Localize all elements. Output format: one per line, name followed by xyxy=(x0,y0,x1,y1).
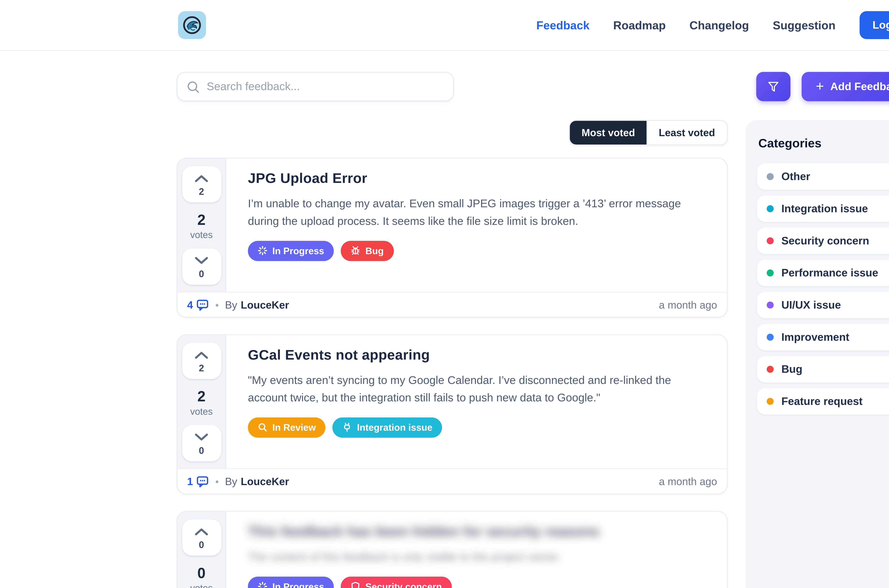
downvote-count: 0 xyxy=(199,446,204,456)
category-item-performance-issue[interactable]: Performance issue xyxy=(757,260,889,286)
separator-dot: • xyxy=(215,476,219,487)
nav-item-suggestion[interactable]: Suggestion xyxy=(773,18,835,32)
magnifier-icon xyxy=(258,422,267,432)
votes-label: votes xyxy=(190,583,213,588)
chevron-down-icon xyxy=(194,433,209,442)
downvote-button[interactable]: 0 xyxy=(182,425,221,462)
nav-item-roadmap[interactable]: Roadmap xyxy=(613,18,666,32)
upvote-button[interactable]: 2 xyxy=(182,166,221,202)
upvote-count: 2 xyxy=(199,363,204,374)
shield-icon xyxy=(351,582,360,588)
search-icon xyxy=(186,80,200,93)
timestamp: a month ago xyxy=(659,475,717,487)
category-dot xyxy=(767,237,773,244)
sort-least-voted[interactable]: Least voted xyxy=(647,121,727,144)
categories-panel: Categories Other Integration issue Secur… xyxy=(746,120,889,588)
category-dot xyxy=(767,366,773,373)
comment-icon xyxy=(197,298,209,311)
category-dot xyxy=(767,334,773,340)
comment-count: 4 xyxy=(187,298,209,311)
search-input[interactable] xyxy=(207,80,444,93)
sort-row: Most voted Least voted xyxy=(177,120,728,145)
nav-item-feedback[interactable]: Feedback xyxy=(536,18,590,32)
toolbar-actions: + Add Feedback xyxy=(757,72,889,101)
vote-column: 2 2 votes 0 xyxy=(177,335,226,468)
nav-item-changelog[interactable]: Changelog xyxy=(689,18,749,32)
feedback-description: I’m unable to change my avatar. Even sma… xyxy=(248,195,707,230)
shark-logo-icon xyxy=(182,15,203,36)
category-item-bug[interactable]: Bug xyxy=(757,356,889,382)
category-dot xyxy=(767,302,773,309)
toolbar: + Add Feedback xyxy=(177,72,889,101)
downvote-button[interactable]: 0 xyxy=(182,249,221,285)
chevron-down-icon xyxy=(194,256,209,265)
badge-row: In Progress xyxy=(248,240,707,261)
vote-column: 2 2 votes 0 xyxy=(177,158,226,292)
main-content: Most voted Least voted 2 xyxy=(177,120,889,588)
category-item-improvement[interactable]: Improvement xyxy=(757,324,889,350)
spinner-icon xyxy=(258,246,267,256)
funnel-icon xyxy=(767,80,780,93)
search-box xyxy=(177,72,454,101)
votes-label: votes xyxy=(190,230,213,240)
sort-most-voted[interactable]: Most voted xyxy=(570,121,647,144)
author-name: LouceKer xyxy=(241,475,289,487)
card-footer: 1 • By LouceKer a month xyxy=(177,468,727,494)
feedback-card[interactable]: 2 2 votes 0 GCal E xyxy=(177,334,728,494)
category-item-other[interactable]: Other xyxy=(757,164,889,190)
feedback-card[interactable]: 2 2 votes 0 JPG Up xyxy=(177,158,728,318)
category-item-integration-issue[interactable]: Integration issue xyxy=(757,195,889,222)
vote-score: 2 xyxy=(197,212,206,228)
brand-logo[interactable] xyxy=(178,11,206,39)
timestamp: a month ago xyxy=(659,299,717,311)
main-nav: Feedback Roadmap Changelog Suggestion xyxy=(536,18,835,32)
category-item-uiux-issue[interactable]: UI/UX issue xyxy=(757,292,889,318)
feedback-description: "My events aren’t syncing to my Google C… xyxy=(248,372,707,407)
sort-toggle: Most voted Least voted xyxy=(569,120,728,145)
upvote-button[interactable]: 0 xyxy=(182,519,221,556)
badge-row: In Review Integration issue xyxy=(248,417,707,438)
category-item-feature-request[interactable]: Feature request xyxy=(757,388,889,415)
feedback-title: GCal Events not appearing xyxy=(248,347,707,363)
category-dot xyxy=(767,398,773,405)
spinner-icon xyxy=(258,582,267,588)
category-badge: Integration issue xyxy=(332,417,442,438)
category-dot xyxy=(767,270,773,276)
byline: By xyxy=(225,475,237,487)
category-dot xyxy=(767,173,773,180)
feedback-column: Most voted Least voted 2 xyxy=(177,120,728,588)
feedback-list: 2 2 votes 0 JPG Up xyxy=(177,158,728,588)
feedback-card-hidden[interactable]: 0 0 votes This feedback has been h xyxy=(177,511,728,588)
add-feedback-label: Add Feedback xyxy=(830,80,889,93)
vote-score: 0 xyxy=(197,565,206,581)
plug-icon xyxy=(342,422,352,432)
upvote-count: 2 xyxy=(199,186,204,197)
category-dot xyxy=(767,205,773,212)
filter-button[interactable] xyxy=(757,72,791,101)
category-badge: Security concern xyxy=(341,576,452,588)
chevron-up-icon xyxy=(194,174,209,183)
downvote-count: 0 xyxy=(199,269,204,279)
chevron-up-icon xyxy=(194,527,209,536)
feedback-title: JPG Upload Error xyxy=(248,170,707,186)
votes-label: votes xyxy=(190,406,213,417)
feedback-description-blurred: The content of this feedback is only vis… xyxy=(248,549,707,566)
separator-dot: • xyxy=(215,299,219,310)
upvote-count: 0 xyxy=(199,540,204,550)
card-footer: 4 • By LouceKer a month xyxy=(177,292,727,317)
status-badge: In Review xyxy=(248,417,326,438)
category-badge: Bug xyxy=(341,240,393,261)
add-feedback-button[interactable]: + Add Feedback xyxy=(802,72,889,101)
header: Feedback Roadmap Changelog Suggestion Lo… xyxy=(0,0,889,51)
vote-score: 2 xyxy=(197,388,206,405)
category-item-security-concern[interactable]: Security concern xyxy=(757,228,889,254)
login-button[interactable]: Log in xyxy=(859,11,889,39)
status-badge: In Progress xyxy=(248,240,334,261)
chevron-up-icon xyxy=(194,351,209,360)
categories-title: Categories xyxy=(758,136,889,151)
comment-count: 1 xyxy=(187,475,209,488)
comment-icon xyxy=(197,475,209,488)
feedback-title-blurred: This feedback has been hidden for securi… xyxy=(248,524,707,540)
page: Feedback Roadmap Changelog Suggestion Lo… xyxy=(0,0,889,588)
upvote-button[interactable]: 2 xyxy=(182,343,221,379)
